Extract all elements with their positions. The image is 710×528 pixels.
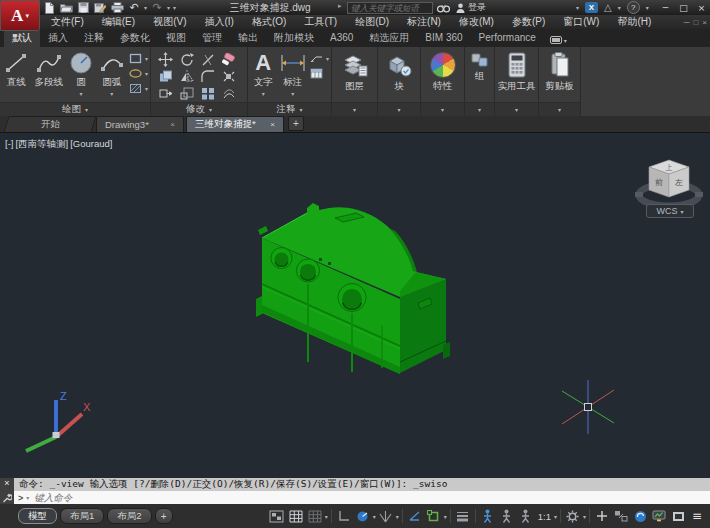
command-input-row[interactable]: > ▾: [14, 491, 710, 504]
command-close-icon[interactable]: ×: [4, 479, 9, 488]
object-snap-icon[interactable]: [425, 507, 443, 525]
workspace-caret-icon[interactable]: ▾: [583, 513, 586, 520]
autoscale-icon[interactable]: [498, 507, 516, 525]
ucs-icon[interactable]: Z X: [18, 388, 94, 454]
workspace-gear-icon[interactable]: [564, 507, 582, 525]
lineweight-icon[interactable]: [454, 507, 472, 525]
explode-icon[interactable]: [218, 68, 239, 85]
open-file-icon[interactable]: [59, 2, 73, 14]
close-button[interactable]: ×: [695, 2, 708, 13]
menu-parametric[interactable]: 参数(P): [503, 15, 554, 29]
file-tab-close-icon[interactable]: ×: [270, 120, 275, 129]
scale-icon[interactable]: [176, 85, 197, 102]
menu-tools[interactable]: 工具(T): [295, 15, 346, 29]
gearbox-3d-model[interactable]: [250, 200, 460, 380]
ortho-mode-icon[interactable]: [335, 507, 353, 525]
redo-icon[interactable]: ↷: [150, 2, 164, 14]
customization-menu-icon[interactable]: ≡: [688, 507, 706, 525]
isolate-objects-icon[interactable]: [612, 507, 630, 525]
tool-hatch[interactable]: ▾: [128, 82, 148, 95]
file-tab-drawing3[interactable]: Drawing3*×: [96, 116, 184, 132]
group-button[interactable]: 组: [467, 49, 492, 83]
polar-tracking-icon[interactable]: [354, 507, 372, 525]
menu-dimension[interactable]: 标注(N): [398, 15, 450, 29]
viewport-controls-menu[interactable]: [-]: [4, 138, 14, 151]
undo-icon[interactable]: ↶: [127, 2, 141, 14]
save-icon[interactable]: [76, 2, 90, 14]
ribbon-tab-view[interactable]: 视图: [158, 29, 194, 47]
tool-circle[interactable]: 圆 ▾: [67, 49, 96, 97]
maximize-button[interactable]: □: [677, 2, 690, 13]
sign-in-button[interactable]: 登录: [456, 1, 486, 14]
menu-file[interactable]: 文件(F): [42, 15, 93, 29]
viewcube-left-face[interactable]: 左: [675, 178, 683, 187]
new-file-icon[interactable]: [42, 2, 56, 14]
application-menu-button[interactable]: A▾: [0, 0, 40, 31]
fillet-icon[interactable]: [197, 68, 218, 85]
doc-restore-button[interactable]: □: [693, 18, 698, 27]
exchange-caret-icon[interactable]: ▾: [576, 4, 579, 11]
isodraft-icon[interactable]: [377, 507, 395, 525]
copy-icon[interactable]: [155, 68, 176, 85]
tool-text[interactable]: A 文字 ▾: [250, 49, 277, 97]
stretch-icon[interactable]: [155, 85, 176, 102]
new-layout-button[interactable]: +: [155, 508, 173, 524]
annotation-scale-icon[interactable]: [517, 507, 535, 525]
utilities-button[interactable]: 实用工具: [497, 49, 536, 93]
help-caret-icon[interactable]: ▾: [646, 4, 649, 11]
viewport-view-menu[interactable]: [西南等轴测]: [14, 138, 69, 151]
panel-group-label[interactable]: ▾: [465, 102, 494, 116]
tool-leader[interactable]: ▾: [309, 52, 329, 65]
ribbon-tab-parametric[interactable]: 参数化: [112, 29, 158, 47]
panel-annotation-label[interactable]: 注释▾: [248, 102, 331, 116]
annotation-visibility-icon[interactable]: [479, 507, 497, 525]
hardware-acceleration-icon[interactable]: [631, 507, 649, 525]
clean-screen-icon[interactable]: [669, 507, 687, 525]
command-history-line[interactable]: 命令: _-view 输入选项 [?/删除(D)/正交(O)/恢复(R)/保存(…: [14, 478, 710, 491]
snap-mode-icon[interactable]: [306, 507, 324, 525]
insert-block-button[interactable]: 块: [380, 49, 418, 93]
tool-rectangle[interactable]: ▾: [128, 52, 148, 65]
menu-insert[interactable]: 插入(I): [195, 15, 242, 29]
rotate-icon[interactable]: [176, 51, 197, 68]
new-drawing-tab-button[interactable]: +: [288, 116, 304, 131]
tool-dimension[interactable]: 标注 ▾: [279, 49, 307, 97]
minimize-button[interactable]: ─: [659, 2, 672, 13]
ribbon-display-toggle[interactable]: ▾: [550, 36, 567, 47]
drawing-area[interactable]: [-] [西南等轴测] [Gouraud]: [0, 133, 710, 478]
ribbon-tab-output[interactable]: 输出: [230, 29, 266, 47]
viewport-visual-style-menu[interactable]: [Gouraud]: [69, 138, 113, 151]
erase-icon[interactable]: [218, 51, 239, 68]
layout-tab-layout1[interactable]: 布局1: [60, 508, 104, 524]
a360-connect-icon[interactable]: △: [604, 2, 612, 13]
plot-icon[interactable]: [110, 2, 124, 14]
menu-modify[interactable]: 修改(M): [450, 15, 503, 29]
menu-help[interactable]: 帮助(H): [608, 15, 660, 29]
panel-modify-label[interactable]: 修改▾: [151, 102, 247, 116]
tool-ellipse[interactable]: ▾: [128, 67, 148, 80]
panel-block-label[interactable]: ▾: [378, 102, 420, 116]
properties-button[interactable]: 特性: [423, 49, 462, 93]
panel-clipboard-label[interactable]: ▾: [539, 102, 580, 116]
file-tab-active[interactable]: 三维对象捕捉*×: [186, 116, 284, 132]
undo-caret-icon[interactable]: ▾: [144, 4, 147, 11]
menu-edit[interactable]: 编辑(E): [93, 15, 144, 29]
panel-properties-label[interactable]: ▾: [421, 102, 464, 116]
scale-caret-icon[interactable]: ▾: [554, 513, 557, 520]
menu-view[interactable]: 视图(V): [144, 15, 195, 29]
ribbon-tab-performance[interactable]: Performance: [471, 29, 544, 47]
command-customize-wrench-icon[interactable]: [2, 493, 12, 503]
osnap-tracking-icon[interactable]: [406, 507, 424, 525]
title-flyout-icon[interactable]: ▸: [338, 2, 342, 10]
clipboard-button[interactable]: 剪贴板: [541, 49, 578, 93]
move-icon[interactable]: [155, 51, 176, 68]
tool-polyline[interactable]: 多段线: [33, 49, 65, 89]
panel-layers-label[interactable]: ▾: [332, 102, 377, 116]
file-tab-close-icon[interactable]: ×: [170, 120, 175, 129]
layer-properties-button[interactable]: 图层: [334, 49, 375, 93]
file-tab-start[interactable]: 开始: [3, 116, 96, 132]
mirror-icon[interactable]: [176, 68, 197, 85]
tool-arc[interactable]: 圆弧 ▾: [97, 49, 126, 97]
array-icon[interactable]: [197, 85, 218, 102]
recent-commands-caret-icon[interactable]: ▾: [26, 494, 29, 501]
